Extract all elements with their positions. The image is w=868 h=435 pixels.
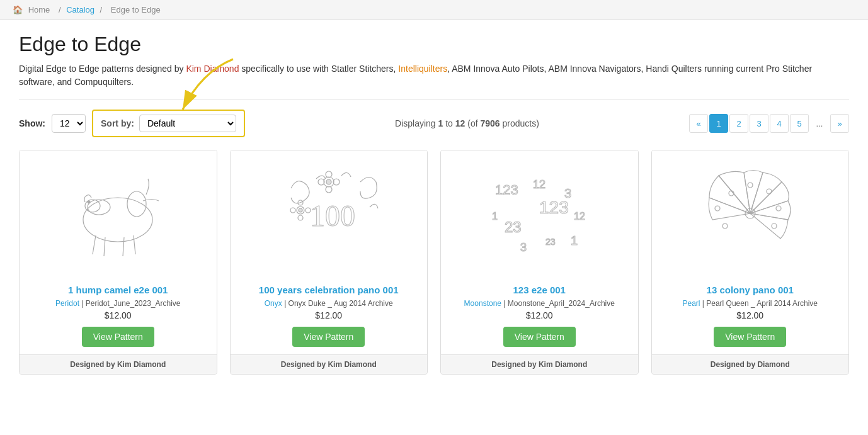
product-info-3: 13 colony pano 001 Pearl | Pearl Queen _… — [652, 276, 849, 354]
pagination-page-5[interactable]: 5 — [790, 114, 809, 133]
product-tag1-1[interactable]: Onyx — [265, 299, 282, 308]
pagination-dots: ... — [810, 114, 829, 133]
show-label: Show: — [19, 118, 45, 128]
svg-point-34 — [748, 183, 753, 188]
pagination: « 1 2 3 4 5 ... » — [689, 114, 849, 133]
intelliquilters-link[interactable]: Intelliquilters — [398, 64, 447, 74]
svg-text:23: 23 — [505, 218, 522, 235]
svg-point-1 — [83, 198, 152, 242]
pagination-prev[interactable]: « — [689, 114, 708, 133]
product-svg-0 — [61, 163, 174, 264]
divider — [19, 99, 849, 99]
svg-point-22 — [299, 208, 302, 212]
svg-text:1: 1 — [492, 211, 498, 222]
product-price-0: $12.00 — [105, 310, 132, 320]
breadcrumb-home[interactable]: 🏠 Home — [13, 5, 55, 14]
svg-point-35 — [767, 189, 772, 194]
svg-text:100: 100 — [310, 199, 355, 232]
svg-text:3: 3 — [520, 241, 527, 254]
toolbar: Show: 12 24 48 96 Sort by: Default Name … — [19, 110, 849, 137]
product-info-2: 123 e2e 001 Moonstone | Moonstone_April_… — [441, 276, 638, 354]
product-tags-3: Pearl | Pearl Queen _ April 2014 Archive — [682, 299, 818, 308]
product-designer-0: Designed by Kim Diamond — [20, 354, 217, 374]
product-tag2-3: Pearl Queen _ April 2014 Archive — [706, 299, 818, 308]
breadcrumb-current: Edge to Edge — [111, 5, 161, 14]
product-image-0 — [20, 150, 217, 276]
svg-text:123: 123 — [495, 182, 518, 198]
product-tag1-2[interactable]: Moonstone — [464, 299, 501, 308]
breadcrumb-sep1: / — [59, 5, 63, 14]
product-title-2[interactable]: 123 e2e 001 — [513, 284, 566, 297]
svg-line-7 — [134, 235, 135, 254]
product-image-3 — [652, 150, 849, 276]
product-card-2: 123 12 3 1 23 123 12 3 23 1 123 e2e 001 — [440, 150, 639, 375]
product-tag2-1: Onyx Duke _ Aug 2014 Archive — [288, 299, 393, 308]
product-svg-1: 100 — [272, 163, 385, 264]
designer-link[interactable]: Kim Diamond — [186, 64, 239, 74]
view-pattern-button-2[interactable]: View Pattern — [503, 327, 576, 347]
product-tag1-3[interactable]: Pearl — [682, 299, 700, 308]
displaying-text: Displaying 1 to 12 (of 7906 products) — [395, 118, 539, 128]
show-select[interactable]: 12 24 48 96 — [52, 114, 86, 133]
product-card-3: 13 colony pano 001 Pearl | Pearl Queen _… — [651, 150, 850, 375]
svg-point-3 — [127, 191, 146, 217]
sort-select[interactable]: Default Name (A - Z) Name (Z - A) Price … — [139, 115, 236, 132]
view-pattern-button-1[interactable]: View Pattern — [292, 327, 365, 347]
toolbar-wrapper: Show: 12 24 48 96 Sort by: Default Name … — [19, 110, 849, 137]
product-svg-3 — [694, 163, 807, 264]
svg-point-19 — [298, 215, 303, 220]
svg-point-16 — [326, 179, 331, 184]
sort-by-box: Sort by: Default Name (A - Z) Name (Z - … — [92, 110, 245, 137]
product-tag2-2: Moonstone_April_2024_Archive — [508, 299, 615, 308]
product-designer-2: Designed by Kim Diamond — [441, 354, 638, 374]
product-title-0[interactable]: 1 hump camel e2e 001 — [68, 284, 168, 297]
product-tag1-0[interactable]: Peridot — [55, 299, 79, 308]
page-title: Edge to Edge — [19, 33, 849, 56]
product-image-1: 100 — [231, 150, 428, 276]
svg-line-4 — [93, 235, 96, 254]
pagination-page-1[interactable]: 1 — [709, 114, 728, 133]
product-designer-1: Designed by Kim Diamond — [231, 354, 428, 374]
product-designer-3: Designed by Diamond — [652, 354, 849, 374]
product-card-0: 1 hump camel e2e 001 Peridot | Peridot_J… — [19, 150, 217, 375]
view-pattern-button-0[interactable]: View Pattern — [82, 327, 154, 347]
breadcrumb-sep2: / — [100, 5, 105, 14]
product-card-1: 100 — [230, 150, 428, 375]
product-title-3[interactable]: 13 colony pano 001 — [707, 284, 794, 297]
product-price-2: $12.00 — [526, 310, 553, 320]
breadcrumb-catalog[interactable]: Catalog — [66, 5, 94, 14]
products-grid: 1 hump camel e2e 001 Peridot | Peridot_J… — [19, 150, 849, 375]
product-title-1[interactable]: 100 years celebration pano 001 — [259, 284, 399, 297]
breadcrumb: 🏠 Home / Catalog / Edge to Edge — [0, 0, 868, 20]
svg-text:123: 123 — [539, 198, 569, 217]
svg-point-20 — [290, 208, 295, 213]
product-tags-0: Peridot | Peridot_June_2023_Archive — [55, 299, 181, 308]
product-tags-2: Moonstone | Moonstone_April_2024_Archive — [464, 299, 615, 308]
product-svg-2: 123 12 3 1 23 123 12 3 23 1 — [483, 163, 596, 264]
pagination-next[interactable]: » — [830, 114, 849, 133]
product-tag2-0: Peridot_June_2023_Archive — [86, 299, 181, 308]
svg-text:12: 12 — [574, 211, 585, 222]
svg-text:1: 1 — [571, 234, 578, 247]
toolbar-left: Show: 12 24 48 96 Sort by: Default Name … — [19, 110, 245, 137]
svg-point-36 — [776, 206, 781, 211]
svg-text:23: 23 — [545, 237, 556, 247]
product-price-3: $12.00 — [736, 310, 763, 320]
svg-point-39 — [715, 206, 720, 211]
page-description: Digital Edge to Edge patterns designed b… — [19, 62, 849, 89]
product-image-2: 123 12 3 1 23 123 12 3 23 1 — [441, 150, 638, 276]
pagination-page-3[interactable]: 3 — [750, 114, 768, 133]
product-price-1: $12.00 — [315, 310, 342, 320]
product-info-1: 100 years celebration pano 001 Onyx | On… — [231, 276, 428, 354]
product-tags-1: Onyx | Onyx Duke _ Aug 2014 Archive — [265, 299, 393, 308]
svg-text:12: 12 — [533, 178, 545, 191]
sort-label: Sort by: — [101, 118, 134, 128]
pagination-page-2[interactable]: 2 — [729, 114, 748, 133]
svg-point-37 — [772, 223, 777, 229]
product-info-0: 1 hump camel e2e 001 Peridot | Peridot_J… — [20, 276, 217, 354]
svg-line-6 — [123, 237, 124, 256]
svg-point-9 — [88, 201, 90, 203]
svg-point-38 — [722, 223, 728, 229]
pagination-page-4[interactable]: 4 — [770, 114, 789, 133]
view-pattern-button-3[interactable]: View Pattern — [714, 327, 786, 347]
